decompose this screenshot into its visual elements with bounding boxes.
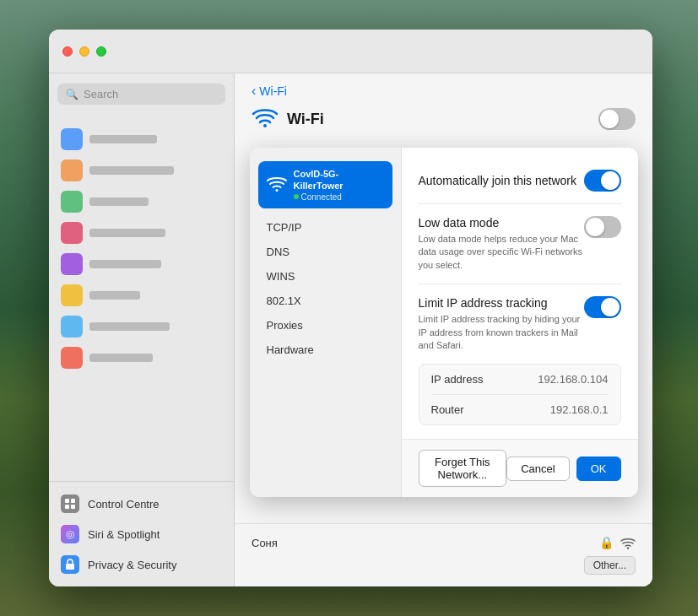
limit-ip-text-group: Limit IP address tracking Limit IP addre… <box>419 296 584 352</box>
network-status-row: Connected <box>294 192 384 202</box>
sidebar-bottom: Control Centre ◎ Siri & Spotlight <box>49 481 234 586</box>
router-row: Router 192.168.0.1 <box>431 395 609 424</box>
network-wifi-icon <box>267 175 287 195</box>
wifi-main-icon <box>252 105 279 132</box>
cancel-button[interactable]: Cancel <box>506 457 569 481</box>
window-body: 🔍 Search <box>49 73 652 586</box>
auto-join-label: Automatically join this network <box>419 174 577 187</box>
sidebar-item-siri[interactable]: ◎ Siri & Spotlight <box>49 519 234 549</box>
minimize-button[interactable] <box>79 46 89 57</box>
maximize-button[interactable] <box>96 46 106 57</box>
svg-rect-4 <box>66 564 74 570</box>
search-icon: 🔍 <box>66 89 78 100</box>
control-centre-icon <box>61 494 79 513</box>
wifi-title: Wi-Fi <box>287 111 324 128</box>
sidebar-content <box>49 115 234 481</box>
modal-right-panel: Automatically join this network Low data… <box>402 148 638 497</box>
content-body: CovID-5G-KillerTower Connected TCP/IP <box>235 139 652 586</box>
ip-address-row: IP address 192.168.0.104 <box>431 365 609 395</box>
low-data-text-group: Low data mode Low data mode helps reduce… <box>419 216 584 272</box>
modal-nav-dns[interactable]: DNS <box>250 240 401 264</box>
footer-right-buttons: Cancel OK <box>506 457 620 481</box>
modal-nav-proxies[interactable]: Proxies <box>250 313 401 338</box>
limit-ip-description: Limit IP address tracking by hiding your… <box>419 313 584 352</box>
back-row: ‹ Wi-Fi <box>252 84 636 99</box>
auto-join-row: Automatically join this network <box>419 161 621 204</box>
search-bar[interactable]: 🔍 Search <box>57 84 225 105</box>
limit-ip-toggle[interactable] <box>584 296 621 318</box>
modal-nav-8021x[interactable]: 802.1X <box>250 289 401 313</box>
modal-nav-wins[interactable]: WINS <box>250 264 401 289</box>
sidebar-item-privacy[interactable]: Privacy & Security <box>49 549 234 580</box>
close-button[interactable] <box>62 46 73 57</box>
auto-join-toggle[interactable] <box>584 170 621 192</box>
svg-point-6 <box>275 189 278 192</box>
privacy-icon <box>61 555 79 574</box>
network-info: CovID-5G-KillerTower Connected <box>294 168 384 202</box>
low-data-description: Low data mode helps reduce your Mac data… <box>419 233 584 272</box>
traffic-lights <box>62 46 106 57</box>
selected-network-item[interactable]: CovID-5G-KillerTower Connected <box>258 161 392 208</box>
svg-rect-2 <box>65 505 69 509</box>
network-name: CovID-5G-KillerTower <box>294 168 384 192</box>
ip-label: IP address <box>431 373 484 386</box>
wifi-master-toggle[interactable] <box>598 108 636 130</box>
svg-rect-1 <box>71 499 75 503</box>
limit-ip-label: Limit IP address tracking <box>419 296 584 310</box>
forget-network-button[interactable]: Forget This Network... <box>419 450 507 487</box>
wifi-header-area: ‹ Wi-Fi Wi-Fi <box>235 73 652 139</box>
svg-rect-3 <box>71 505 75 509</box>
main-content: ‹ Wi-Fi Wi-Fi <box>235 73 652 586</box>
svg-rect-0 <box>65 499 69 503</box>
modal-container: CovID-5G-KillerTower Connected TCP/IP <box>235 139 652 586</box>
siri-label: Siri & Spotlight <box>88 528 160 541</box>
sidebar-item-control-centre[interactable]: Control Centre <box>49 489 234 519</box>
svg-point-5 <box>263 124 267 127</box>
network-info-section: IP address 192.168.0.104 Router 192.168.… <box>419 364 621 425</box>
main-window: 🔍 Search <box>49 30 652 586</box>
sidebar: 🔍 Search <box>49 73 235 586</box>
back-chevron-icon: ‹ <box>252 84 256 99</box>
router-value: 192.168.0.1 <box>550 403 609 416</box>
connected-status-dot <box>294 194 299 199</box>
modal-nav-list: TCP/IP DNS WINS 802.1X Proxies Hardware <box>250 215 401 362</box>
ip-value: 192.168.0.104 <box>538 373 608 386</box>
wifi-title-row: Wi-Fi <box>252 105 636 132</box>
siri-icon: ◎ <box>61 525 79 543</box>
control-centre-label: Control Centre <box>88 498 160 511</box>
low-data-label: Low data mode <box>419 216 584 230</box>
network-detail-modal: CovID-5G-KillerTower Connected TCP/IP <box>250 148 638 497</box>
limit-ip-row: Limit IP address tracking Limit IP addre… <box>419 284 621 364</box>
network-status-text: Connected <box>301 192 342 202</box>
search-placeholder: Search <box>84 88 118 100</box>
privacy-label: Privacy & Security <box>88 559 176 571</box>
modal-nav-tcpip[interactable]: TCP/IP <box>250 215 401 240</box>
router-label: Router <box>431 403 464 416</box>
ok-button[interactable]: OK <box>576 457 621 481</box>
low-data-row: Low data mode Low data mode helps reduce… <box>419 204 621 284</box>
titlebar <box>49 30 652 73</box>
modal-settings: Automatically join this network Low data… <box>402 148 638 439</box>
modal-left-panel: CovID-5G-KillerTower Connected TCP/IP <box>250 148 402 497</box>
low-data-toggle[interactable] <box>584 216 621 238</box>
back-label[interactable]: Wi-Fi <box>259 84 287 98</box>
modal-footer: Forget This Network... Cancel OK <box>402 439 638 497</box>
modal-nav-hardware[interactable]: Hardware <box>250 338 401 362</box>
wifi-icon-title: Wi-Fi <box>252 105 324 132</box>
